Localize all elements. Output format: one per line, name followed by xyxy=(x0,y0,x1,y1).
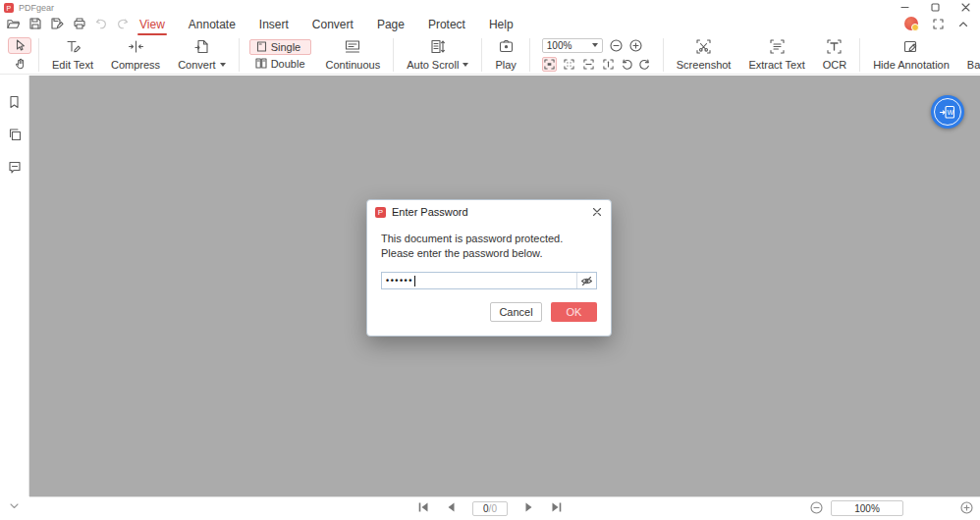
toolbar-divider xyxy=(239,38,240,72)
zoom-level-dropdown[interactable]: 100% xyxy=(542,38,603,53)
zoom-group: 100% xyxy=(542,38,651,72)
comments-panel-button[interactable] xyxy=(5,158,25,176)
toolbar-divider xyxy=(393,38,394,72)
tab-annotate[interactable]: Annotate xyxy=(189,18,236,31)
first-page-button[interactable] xyxy=(417,499,429,517)
auto-scroll-button[interactable]: Auto Scroll xyxy=(398,38,477,71)
screenshot-icon xyxy=(695,38,712,55)
continuous-mode-button[interactable]: Continuous xyxy=(317,38,390,71)
screenshot-button[interactable]: Screenshot xyxy=(668,38,740,71)
titlebar: P PDFgear xyxy=(0,0,980,14)
tab-help[interactable]: Help xyxy=(489,18,514,31)
open-file-button[interactable] xyxy=(7,18,20,29)
pdfgear-logo-icon: P xyxy=(4,3,14,13)
zoom-in-button[interactable] xyxy=(629,39,642,52)
double-page-mode-button[interactable]: Double xyxy=(249,57,311,71)
compress-button[interactable]: Compress xyxy=(102,38,169,71)
tab-page[interactable]: Page xyxy=(377,18,405,31)
convert-to-word-fab[interactable]: W xyxy=(931,95,964,129)
fit-width-button[interactable] xyxy=(581,57,596,72)
undo-button[interactable] xyxy=(95,19,107,29)
zoom-level-display[interactable]: 100% xyxy=(831,500,903,516)
caret-down-icon xyxy=(220,63,226,67)
save-as-button[interactable] xyxy=(51,18,64,29)
app-title: PDFgear xyxy=(19,3,54,13)
single-page-icon xyxy=(256,41,267,52)
hand-tool-button[interactable] xyxy=(8,56,31,73)
select-tool-button[interactable] xyxy=(8,37,31,54)
extract-text-icon xyxy=(769,38,786,55)
cancel-button[interactable]: Cancel xyxy=(490,302,542,322)
play-button[interactable]: Play xyxy=(486,38,524,71)
caret-down-icon xyxy=(592,43,598,47)
status-bar: 0 /0 100% xyxy=(0,496,980,520)
word-convert-icon: W xyxy=(939,103,956,121)
sidebar-collapse-button[interactable] xyxy=(9,502,20,510)
extract-text-button[interactable]: Extract Text xyxy=(739,38,813,71)
continuous-icon xyxy=(344,38,361,55)
tab-protect[interactable]: Protect xyxy=(428,18,465,31)
eye-off-icon xyxy=(580,276,593,286)
toolbar-divider xyxy=(859,38,860,72)
svg-text:W: W xyxy=(948,109,954,116)
zoom-out-button[interactable] xyxy=(810,501,823,514)
single-page-mode-button[interactable]: Single xyxy=(249,39,311,55)
edit-text-button[interactable]: Edit Text xyxy=(43,38,102,71)
enter-password-dialog: P Enter Password This document is passwo… xyxy=(366,199,612,337)
actual-size-button[interactable] xyxy=(542,57,557,72)
collapse-ribbon-button[interactable] xyxy=(958,21,968,27)
rotate-left-button[interactable] xyxy=(621,58,633,71)
tab-view[interactable]: View xyxy=(139,18,165,31)
fit-height-button[interactable] xyxy=(601,57,616,72)
rotate-right-button[interactable] xyxy=(638,58,651,71)
previous-page-button[interactable] xyxy=(446,499,456,517)
dialog-message: This document is password protected. Ple… xyxy=(381,232,597,261)
page-thumbnails-button[interactable] xyxy=(5,126,25,143)
user-avatar[interactable] xyxy=(904,17,918,30)
menu-tabs: View Annotate Insert Convert Page Protec… xyxy=(139,15,514,34)
toolbar-divider xyxy=(663,38,664,72)
total-pages: /0 xyxy=(489,503,497,514)
minimize-button[interactable] xyxy=(900,3,909,12)
page-navigation: 0 /0 xyxy=(417,499,563,517)
password-input[interactable]: •••••• xyxy=(381,272,597,289)
menu-row: View Annotate Insert Convert Page Protec… xyxy=(0,14,980,35)
tab-insert[interactable]: Insert xyxy=(259,18,289,31)
compress-icon xyxy=(128,38,144,55)
page-number-box[interactable]: 0 /0 xyxy=(472,501,508,516)
zoom-out-button[interactable] xyxy=(610,39,623,52)
hide-annotation-button[interactable]: Hide Annotation xyxy=(864,38,958,71)
toolbar-divider xyxy=(481,38,482,72)
toolbar-divider xyxy=(38,38,39,72)
text-cursor xyxy=(414,276,415,286)
last-page-button[interactable] xyxy=(551,499,563,517)
next-page-button[interactable] xyxy=(524,499,534,517)
print-button[interactable] xyxy=(74,18,85,29)
convert-icon xyxy=(193,38,210,55)
password-masked-value: •••••• xyxy=(386,276,413,286)
ocr-icon xyxy=(826,38,843,55)
redo-button[interactable] xyxy=(117,19,129,29)
background-button[interactable]: Background xyxy=(958,38,980,71)
maximize-button[interactable] xyxy=(931,3,940,12)
dialog-title: Enter Password xyxy=(392,206,586,218)
save-button[interactable] xyxy=(29,18,41,29)
convert-button[interactable]: Convert xyxy=(169,38,235,71)
bookmarks-panel-button[interactable] xyxy=(5,93,25,111)
tab-convert[interactable]: Convert xyxy=(312,18,354,31)
fit-page-button[interactable] xyxy=(562,57,576,72)
toolbar-divider xyxy=(529,38,530,72)
dialog-close-button[interactable] xyxy=(592,207,602,217)
dialog-header: P Enter Password xyxy=(367,200,611,222)
main-toolbar: Edit Text Compress Convert Single Double… xyxy=(0,35,980,75)
show-password-button[interactable] xyxy=(576,273,596,288)
ok-button[interactable]: OK xyxy=(551,302,597,322)
play-icon xyxy=(498,38,515,55)
svg-text:P: P xyxy=(378,208,383,217)
ocr-button[interactable]: OCR xyxy=(814,38,855,71)
close-button[interactable] xyxy=(961,3,970,12)
left-sidebar xyxy=(0,76,29,496)
zoom-in-button[interactable] xyxy=(960,501,973,514)
fullscreen-button[interactable] xyxy=(933,19,944,29)
pdfgear-logo-icon: P xyxy=(375,207,386,218)
